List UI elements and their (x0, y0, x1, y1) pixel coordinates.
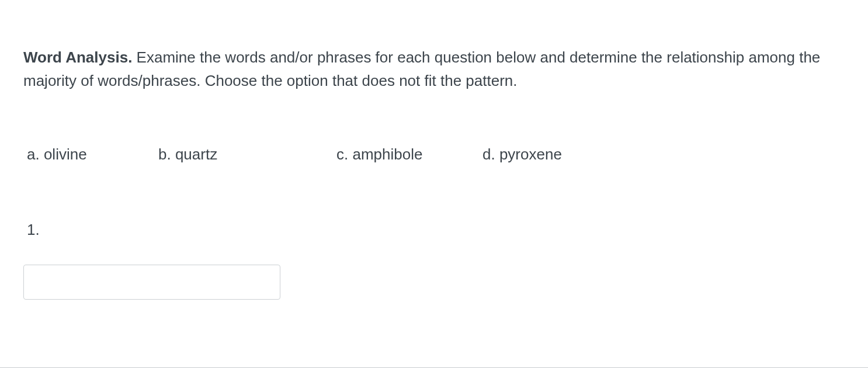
option-a: a. olivine (27, 145, 158, 164)
instructions-title: Word Analysis. (23, 48, 132, 66)
option-b: b. quartz (158, 145, 336, 164)
instructions-body: Examine the words and/or phrases for eac… (23, 48, 820, 89)
answer-input[interactable] (23, 265, 280, 300)
question-number: 1. (23, 221, 845, 239)
option-c: c. amphibole (336, 145, 482, 164)
option-d: d. pyroxene (482, 145, 562, 164)
instructions-text: Word Analysis. Examine the words and/or … (23, 46, 829, 93)
options-row: a. olivine b. quartz c. amphibole d. pyr… (23, 145, 845, 164)
